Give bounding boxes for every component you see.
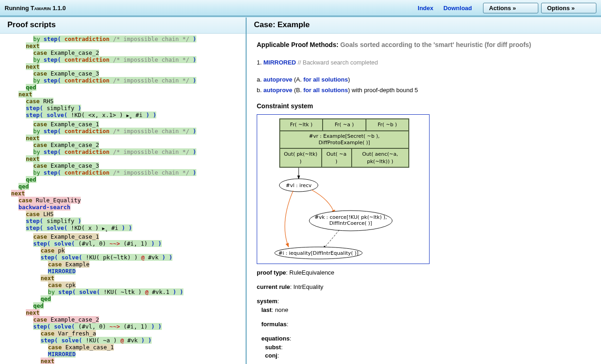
proof-line[interactable]: next bbox=[4, 309, 242, 316]
proof-line[interactable]: case Var_fresh_a bbox=[4, 330, 242, 337]
graph-rule-table: Fr( ~ltk ) Fr( ~a ) Fr( ~b ) #vr : Examp… bbox=[279, 118, 409, 168]
proof-line[interactable]: qed bbox=[4, 183, 242, 190]
proof-line[interactable]: by step( contradiction /* impossible cha… bbox=[4, 169, 242, 176]
constraint-graph: Fr( ~ltk ) Fr( ~a ) Fr( ~b ) #vr : Examp… bbox=[257, 114, 430, 264]
proof-line[interactable]: step( solve( !KD( <x, x.1> ) ▶₀ #i ) ) bbox=[4, 112, 242, 121]
proof-type: proof type: RuleEquivalence bbox=[257, 269, 591, 277]
proof-line[interactable]: case Example_case_1 bbox=[4, 121, 242, 128]
equations-block: equations: subst: conj: bbox=[257, 335, 591, 361]
running-label: Running Tamarin 1.1.0 bbox=[5, 5, 66, 12]
method-1: 1. MIRRORED // Backward search completed bbox=[257, 59, 591, 67]
proof-line[interactable]: case Example_case_2 bbox=[4, 316, 242, 323]
graph-cell: Fr( ~a ) bbox=[323, 119, 365, 131]
proof-line[interactable]: next bbox=[4, 42, 242, 49]
proof-line[interactable]: step( solve( !KU( pk(~ltk) ) @ #vk ) ) bbox=[4, 254, 242, 261]
proof-line[interactable]: next bbox=[4, 135, 242, 141]
proof-line[interactable]: case Example_case_1 bbox=[4, 344, 242, 351]
proof-line[interactable]: next bbox=[4, 358, 242, 364]
current-rule: current rule: IntrEquality bbox=[257, 283, 591, 292]
svg-text:#vl : irecv: #vl : irecv bbox=[286, 182, 312, 188]
index-link[interactable]: Index bbox=[418, 5, 433, 12]
case-body[interactable]: Applicable Proof Methods: Goals sorted a… bbox=[247, 34, 601, 364]
graph-cell: Out( pk(~ltk) ) bbox=[280, 148, 322, 168]
methods-header: Applicable Proof Methods: Goals sorted a… bbox=[257, 40, 591, 49]
mirrored-link[interactable]: MIRRORED bbox=[263, 59, 296, 66]
proof-line[interactable]: by step( contradiction /* impossible cha… bbox=[4, 128, 242, 135]
method-b: b. autoprove (B. for all solutions) with… bbox=[257, 86, 591, 95]
proof-line[interactable]: step( solve( (#vl, 0) ~~> (#i, 1) ) ) bbox=[4, 323, 242, 330]
proof-line[interactable]: case cpk bbox=[4, 282, 242, 288]
svg-text:#i : iequality[DiffIntrEqualit: #i : iequality[DiffIntrEquality( )] bbox=[278, 250, 359, 256]
case-title: Case: Example bbox=[247, 17, 601, 34]
svg-text:DiffIntrCoerce( )]: DiffIntrCoerce( )] bbox=[330, 220, 372, 226]
method-a: a. autoprove (A. for all solutions) bbox=[257, 76, 591, 84]
autoprove-a-link[interactable]: autoprove bbox=[263, 76, 292, 83]
proof-line[interactable]: step( solve( !KU( ~a ) @ #vk ) ) bbox=[4, 337, 242, 344]
graph-cell: Out( aenc(~a, pk(~ltk)) ) bbox=[352, 148, 409, 168]
proof-line[interactable]: by step( contradiction /* impossible cha… bbox=[4, 148, 242, 155]
proof-line[interactable]: case Example_case_2 bbox=[4, 141, 242, 148]
proof-line[interactable]: case Example_case_2 bbox=[4, 49, 242, 56]
forall-b-link[interactable]: for all solutions bbox=[303, 87, 348, 94]
proof-line[interactable]: qed bbox=[4, 302, 242, 309]
constraint-svg: #vl : irecv #vk : coerce[!KU( pk(~ltk) )… bbox=[261, 168, 427, 260]
formulas-block: formulas: bbox=[257, 320, 591, 329]
proof-line[interactable]: step( simplify ) bbox=[4, 217, 242, 224]
proof-line[interactable]: step( simplify ) bbox=[4, 105, 242, 112]
proof-line[interactable]: next bbox=[4, 63, 242, 70]
proof-line[interactable]: MIRRORED bbox=[4, 351, 242, 358]
proof-line[interactable]: by step( contradiction /* impossible cha… bbox=[4, 77, 242, 84]
proof-line[interactable]: qed bbox=[4, 295, 242, 302]
proof-line[interactable]: case LHS bbox=[4, 211, 242, 217]
proof-line[interactable]: case Example_case_1 bbox=[4, 233, 242, 240]
proof-line[interactable]: case Example bbox=[4, 261, 242, 268]
actions-button[interactable]: Actions » bbox=[483, 3, 538, 13]
case-pane: Case: Example Applicable Proof Methods: … bbox=[247, 17, 601, 364]
proof-line[interactable]: MIRRORED bbox=[4, 268, 242, 275]
download-link[interactable]: Download bbox=[443, 5, 472, 12]
proof-line[interactable]: case Example_case_3 bbox=[4, 162, 242, 169]
proof-line[interactable]: next bbox=[4, 190, 242, 197]
proof-line[interactable]: next bbox=[4, 91, 242, 98]
proof-line[interactable]: by step( solve( !KU( ~ltk ) @ #vk.1 ) ) bbox=[4, 288, 242, 295]
proof-line[interactable]: next bbox=[4, 155, 242, 162]
proof-line[interactable]: case Example_case_3 bbox=[4, 70, 242, 77]
proof-scripts-body[interactable]: by step( contradiction /* impossible cha… bbox=[0, 34, 246, 364]
proof-scripts-title: Proof scripts bbox=[0, 17, 246, 34]
constraint-system-header: Constraint system bbox=[257, 101, 591, 111]
proof-line[interactable]: step( solve( (#vl, 0) ~~> (#i, 1) ) ) bbox=[4, 240, 242, 247]
forall-a-link[interactable]: for all solutions bbox=[303, 76, 348, 83]
graph-cell: Out( ~a ) bbox=[322, 148, 352, 168]
graph-cell: Fr( ~b ) bbox=[366, 119, 409, 131]
proof-line[interactable]: by step( contradiction /* impossible cha… bbox=[4, 35, 242, 42]
graph-cell: #vr : Example[Secret( ~b ),DiffProtoExam… bbox=[280, 131, 409, 148]
svg-text:#vk : coerce[!KU( pk(~ltk) ),: #vk : coerce[!KU( pk(~ltk) ), bbox=[314, 214, 387, 220]
topbar: Running Tamarin 1.1.0 Index Download Act… bbox=[0, 0, 601, 17]
proof-line[interactable]: case Rule_Equality bbox=[4, 197, 242, 204]
proof-line[interactable]: qed bbox=[4, 176, 242, 183]
system-block: system: last: none bbox=[257, 297, 591, 315]
proof-line[interactable]: case pk bbox=[4, 247, 242, 254]
top-links: Index Download bbox=[418, 5, 480, 12]
proof-scripts-pane: Proof scripts by step( contradiction /* … bbox=[0, 17, 247, 364]
proof-line[interactable]: next bbox=[4, 275, 242, 282]
proof-line[interactable]: step( solve( !KD( x ) ▶₁ #i ) ) bbox=[4, 224, 242, 234]
proof-line[interactable]: by step( contradiction /* impossible cha… bbox=[4, 56, 242, 63]
options-button[interactable]: Options » bbox=[541, 3, 596, 13]
proof-line[interactable]: qed bbox=[4, 84, 242, 91]
autoprove-b-link[interactable]: autoprove bbox=[263, 87, 292, 94]
proof-line[interactable]: backward-search bbox=[4, 204, 242, 211]
proof-line[interactable]: case RHS bbox=[4, 98, 242, 105]
graph-cell: Fr( ~ltk ) bbox=[280, 119, 323, 131]
